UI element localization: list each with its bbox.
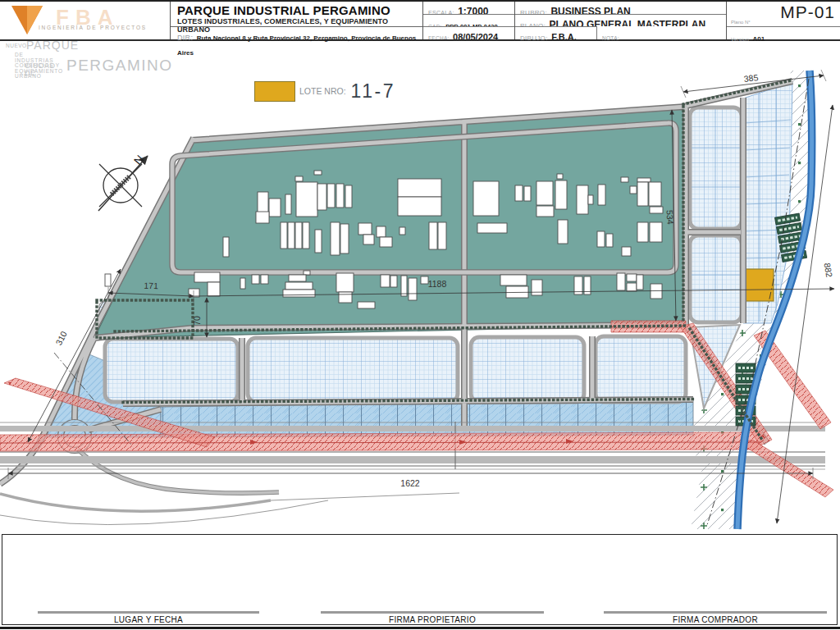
dir-label: DIR: <box>177 34 193 42</box>
dim-534: 534 <box>664 210 675 225</box>
ramp-road-2 <box>0 494 271 511</box>
signature-line-owner <box>321 611 544 614</box>
sheet-code: MP-01 <box>780 2 835 22</box>
watermark-pergamino: PERGAMINO <box>66 57 173 73</box>
north-arrow-icon: N <box>98 153 148 211</box>
fecha-label: FECHA: <box>428 35 450 39</box>
watermark-nuevo: NUEVO <box>6 43 27 49</box>
lot-row1-d <box>596 336 686 402</box>
lot-legend-label: LOTE NRO: <box>299 86 346 96</box>
project-cell: PARQUE INDUSTRIAL PERGAMINO LOTES INDUST… <box>170 2 422 39</box>
fecha-value: 08/05/2024 <box>453 32 498 39</box>
sheet-number-cell: MP-01 Plano N° Version A01 <box>726 2 840 39</box>
dibujo-value: F.B.A. <box>551 32 577 42</box>
plan-info-cell: RUBRO: BUSINESS PLAN PLANO: PLANO GENERA… <box>514 2 726 39</box>
signature-label-place: LUGAR Y FECHA <box>38 615 259 624</box>
address-row: DIR: Ruta Nacional 8 y Ruta Provincial 3… <box>171 26 422 39</box>
drawing-sheet: 385 534 882 171 1188 70 310 1622 N FBA I… <box>0 0 840 630</box>
dim-171: 171 <box>144 281 158 291</box>
nota-label: NOTA: <box>602 35 619 41</box>
lot-row1-c <box>471 337 584 402</box>
dim-1622: 1622 <box>400 478 420 488</box>
project-title: PARQUE INDUSTRIAL PERGAMINO <box>177 3 390 17</box>
sheet-number-label: Plano N° <box>731 20 751 25</box>
watermark-parque: PARQUE <box>26 39 79 51</box>
signature-line-place <box>38 611 259 614</box>
lot-color-swatch <box>254 81 295 102</box>
north-label: N <box>131 153 147 167</box>
signature-label-buyer: FIRMA COMPRADOR <box>604 615 827 624</box>
dibujo-label: DIBUJO: <box>520 34 548 42</box>
east-lot-column-2 <box>690 235 742 322</box>
lot-row1-b <box>248 338 458 402</box>
highlighted-lot-11-7 <box>746 269 774 301</box>
dim-70: 70 <box>192 316 202 326</box>
signature-label-owner: FIRMA PROPIETARIO <box>321 615 544 624</box>
title-block: FBA INGENIERÍA DE PROYECTOS PARQUE INDUS… <box>0 0 840 41</box>
plano-value: PLANO GENERAL MASTERPLAN <box>550 19 705 26</box>
nota-cell: NOTA: <box>596 26 726 39</box>
version-row: Version A01 <box>727 26 840 39</box>
lot-legend: LOTE NRO: 11-7 <box>254 79 395 103</box>
page-bottom-border <box>0 627 840 629</box>
signature-box: LUGAR Y FECHA FIRMA PROPIETARIO FIRMA CO… <box>2 534 838 625</box>
escala-value: 1:7000 <box>458 6 488 14</box>
scale-cell: ESCALA: 1:7000 CAD: PPR-001-MP-0429 FECH… <box>422 2 514 39</box>
dim-1188: 1188 <box>428 279 447 289</box>
company-logo: FBA INGENIERÍA DE PROYECTOS <box>0 2 169 38</box>
east-lot-column-1 <box>690 107 742 229</box>
lot-legend-value: 11-7 <box>351 80 395 103</box>
lot-row1-a <box>105 339 238 402</box>
dim-310: 310 <box>53 329 69 346</box>
signature-line-buyer <box>604 611 827 614</box>
watermark-ciudad: CIUDAD DE <box>25 62 56 77</box>
logo-cell: FBA INGENIERÍA DE PROYECTOS <box>0 2 170 39</box>
version-value: A01 <box>753 35 765 43</box>
logo-subtitle: INGENIERÍA DE PROYECTOS <box>39 24 147 30</box>
dim-882: 882 <box>823 262 835 278</box>
red-road-horizontal <box>0 432 761 451</box>
dim-385: 385 <box>743 72 759 84</box>
version-label: Version <box>731 37 749 42</box>
dibujo-cell: DIBUJO: F.B.A. <box>515 26 596 39</box>
rubro-value: BUSINESS PLAN <box>550 6 630 14</box>
